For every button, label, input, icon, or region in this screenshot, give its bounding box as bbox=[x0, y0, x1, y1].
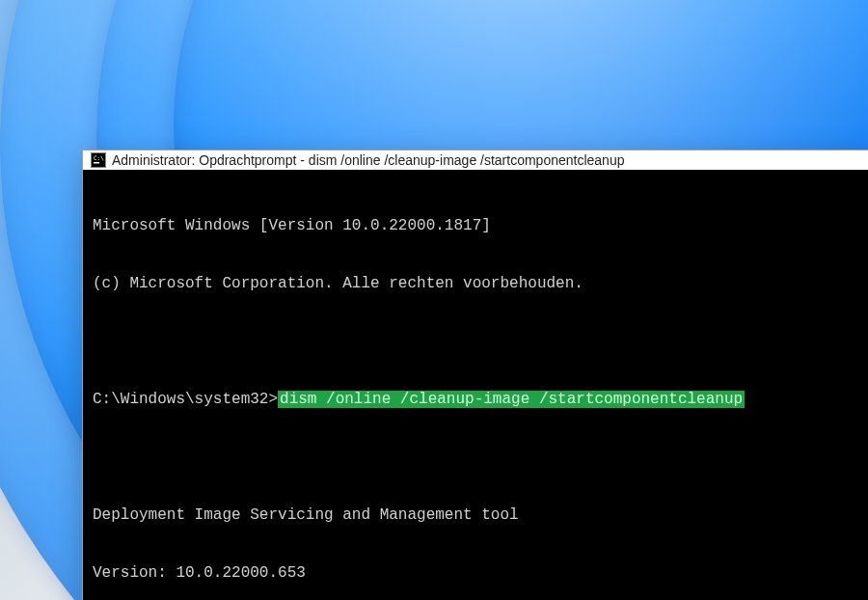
desktop-wallpaper: C:\ Administrator: Opdrachtprompt - dism… bbox=[0, 0, 868, 600]
cmd-icon: C:\ bbox=[91, 152, 106, 168]
terminal-blank-line bbox=[93, 332, 864, 351]
titlebar[interactable]: C:\ Administrator: Opdrachtprompt - dism… bbox=[83, 150, 868, 170]
command-prompt-window[interactable]: C:\ Administrator: Opdrachtprompt - dism… bbox=[82, 150, 868, 600]
terminal-line: Deployment Image Servicing and Managemen… bbox=[93, 505, 864, 525]
prompt-prefix: C:\Windows\system32> bbox=[93, 391, 278, 408]
svg-text:C:\: C:\ bbox=[94, 154, 104, 161]
terminal-blank-line bbox=[93, 448, 864, 467]
terminal-line: (c) Microsoft Corporation. Alle rechten … bbox=[93, 274, 864, 293]
terminal-prompt-line: C:\Windows\system32>dism /online /cleanu… bbox=[93, 390, 864, 409]
terminal-line: Microsoft Windows [Version 10.0.22000.18… bbox=[93, 216, 864, 235]
window-title: Administrator: Opdrachtprompt - dism /on… bbox=[112, 152, 624, 168]
terminal-output[interactable]: Microsoft Windows [Version 10.0.22000.18… bbox=[83, 170, 868, 600]
svg-rect-3 bbox=[94, 162, 99, 164]
terminal-line: Version: 10.0.22000.653 bbox=[93, 563, 864, 583]
entered-command: dism /online /cleanup-image /startcompon… bbox=[278, 391, 745, 408]
